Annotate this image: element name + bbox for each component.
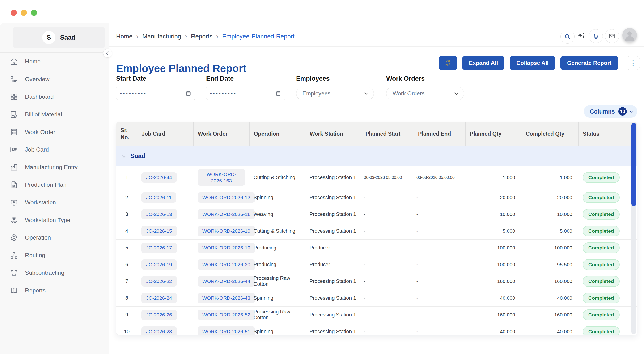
sidebar-item-home[interactable]: Home xyxy=(0,53,108,70)
operation-icon xyxy=(10,233,18,242)
sidebar-item-dashboard[interactable]: Dashboard xyxy=(0,88,108,106)
sidebar-item-operation[interactable]: Operation xyxy=(0,229,108,246)
breadcrumb-item[interactable]: Reports xyxy=(191,33,212,40)
column-header-planned-end[interactable]: Planned End xyxy=(414,122,465,146)
sidebar-collapse-button[interactable] xyxy=(103,48,112,58)
job-card-link[interactable]: JC-2026-13 xyxy=(142,209,177,220)
work-order-link[interactable]: WORK-ORD-2026-43 xyxy=(198,293,255,303)
sidebar-item-work-order[interactable]: Work Order xyxy=(0,123,108,141)
sidebar-item-job-card[interactable]: Job Card xyxy=(0,141,108,158)
minimize-window-button[interactable] xyxy=(21,10,27,16)
column-header-status[interactable]: Status xyxy=(578,122,637,146)
employees-select[interactable]: Employees xyxy=(296,86,374,100)
end-date-input[interactable]: --------- xyxy=(206,86,286,100)
work-order-link[interactable]: WORK-ORD-2026-20 xyxy=(198,259,255,270)
scrollbar-thumb[interactable] xyxy=(632,123,636,206)
generate-report-button[interactable]: Generate Report xyxy=(560,56,618,70)
cell-status: Completed xyxy=(578,293,637,304)
table-row: 3JC-2026-13WORK-ORD-2026-11WeavingProces… xyxy=(116,206,637,222)
job-card-link[interactable]: JC-2026-26 xyxy=(142,310,177,320)
cell-operation: Processing Raw Cotton xyxy=(249,309,305,321)
work-order-link[interactable]: WORK-ORD-2026-11 xyxy=(198,209,255,220)
ai-assistant-button[interactable] xyxy=(576,31,587,41)
refresh-report-button[interactable] xyxy=(438,56,457,70)
sidebar-item-label: Workstation Type xyxy=(25,217,70,224)
column-header-operation[interactable]: Operation xyxy=(249,122,305,146)
cell-completed-qty: 5.000 xyxy=(521,228,578,234)
column-header-work-order[interactable]: Work Order xyxy=(193,122,249,146)
cell-work-station: Processing Station 1 xyxy=(305,295,361,301)
work-order-link[interactable]: WORK-ORD-2026-10 xyxy=(198,226,255,236)
user-card[interactable]: S Saad xyxy=(12,27,105,48)
sidebar-item-production-plan[interactable]: Production Plan xyxy=(0,176,108,194)
sidebar-item-overview[interactable]: Overview xyxy=(0,70,108,88)
expand-all-button[interactable]: Expand All xyxy=(462,56,504,70)
cell-sr-no: 6 xyxy=(116,262,137,268)
column-header-planned-start[interactable]: Planned Start xyxy=(361,122,414,146)
chevron-down-icon xyxy=(630,109,634,113)
column-header-planned-qty[interactable]: Planned Qty xyxy=(465,122,521,146)
filter-start-date: Start Date --------- xyxy=(116,75,196,100)
table-row: 8JC-2026-24WORK-ORD-2026-43SpinningProce… xyxy=(116,290,637,306)
job-card-link[interactable]: JC-2026-11 xyxy=(142,192,176,203)
job-card-link[interactable]: JC-2026-44 xyxy=(142,172,177,183)
job-card-link[interactable]: JC-2026-15 xyxy=(142,226,177,236)
work-order-link[interactable]: WORK-ORD-2026-12 xyxy=(198,192,255,203)
vertical-scrollbar[interactable] xyxy=(632,123,636,334)
job-card-link[interactable]: JC-2026-22 xyxy=(142,276,177,286)
cell-work-station: Processing Station 1 xyxy=(305,278,361,284)
breadcrumb-item[interactable]: Manufacturing xyxy=(142,33,181,40)
cell-planned-end: - xyxy=(414,279,465,284)
sidebar-item-reports[interactable]: Reports xyxy=(0,282,108,300)
work-order-link[interactable]: WORK-ORD-2026-19 xyxy=(198,242,255,253)
cell-planned-qty: 1.000 xyxy=(465,175,521,180)
breadcrumb-item[interactable]: Home xyxy=(116,33,132,40)
maximize-window-button[interactable] xyxy=(31,10,37,16)
sidebar-item-subcontracting[interactable]: Subcontracting xyxy=(0,264,108,282)
job-card-link[interactable]: JC-2026-28 xyxy=(142,326,177,335)
column-header-completed-qty[interactable]: Completed Qty xyxy=(521,122,578,146)
cell-planned-start: - xyxy=(361,296,414,301)
close-window-button[interactable] xyxy=(10,10,17,16)
work-order-link[interactable]: WORK-ORD-2026-44 xyxy=(198,276,255,286)
profile-menu-button[interactable] xyxy=(622,28,637,42)
table-row: 2JC-2026-11WORK-ORD-2026-12SpinningProce… xyxy=(116,189,637,206)
search-button[interactable] xyxy=(560,30,574,44)
more-options-button[interactable]: ⋮ xyxy=(626,56,640,70)
cell-work-station: Processing Station 1 xyxy=(305,212,361,217)
messages-button[interactable] xyxy=(605,29,619,43)
table-body: 1JC-2026-44WORK-ORD-2026-163Cutting & St… xyxy=(116,166,637,335)
column-header-sr-no-[interactable]: Sr. No. xyxy=(116,122,137,146)
start-date-input[interactable]: --------- xyxy=(116,86,196,100)
sidebar-item-manufacturing-entry[interactable]: Manufacturing Entry xyxy=(0,158,108,176)
work-orders-label: Work Orders xyxy=(386,75,464,82)
cell-job-card: JC-2026-22 xyxy=(137,276,193,286)
breadcrumb-item[interactable]: Employee-Planned-Report xyxy=(222,33,294,40)
column-header-work-station[interactable]: Work Station xyxy=(305,122,361,146)
notifications-button[interactable] xyxy=(589,29,603,43)
job-card-link[interactable]: JC-2026-24 xyxy=(142,293,177,303)
cell-operation: Spinning xyxy=(249,295,305,301)
columns-button[interactable]: Columns 10 xyxy=(584,105,638,118)
sidebar-item-workstation[interactable]: Workstation xyxy=(0,194,108,212)
cell-work-station: Processing Station 1 xyxy=(305,329,361,335)
job-card-link[interactable]: JC-2026-19 xyxy=(142,259,177,270)
collapse-all-button[interactable]: Collapse All xyxy=(510,56,555,70)
status-badge: Completed xyxy=(582,259,620,270)
cell-work-station: Processing Station 1 xyxy=(305,175,361,180)
cell-completed-qty: 40.000 xyxy=(521,329,578,334)
job-card-link[interactable]: JC-2026-17 xyxy=(142,242,177,253)
sidebar-item-bill-of-material[interactable]: Bill of Material xyxy=(0,106,108,124)
sidebar-item-workstation-type[interactable]: Workstation Type xyxy=(0,211,108,229)
cell-operation: Producing xyxy=(249,245,305,251)
work-orders-select[interactable]: Work Orders xyxy=(386,86,464,100)
cell-status: Completed xyxy=(578,172,637,183)
work-order-link[interactable]: WORK-ORD-2026-52 xyxy=(198,310,255,320)
work-order-link[interactable]: WORK-ORD-2026-51 xyxy=(198,326,255,335)
column-header-job-card[interactable]: Job Card xyxy=(137,122,193,146)
sidebar-item-routing[interactable]: Routing xyxy=(0,246,108,264)
cell-sr-no: 5 xyxy=(116,245,137,251)
work-order-link[interactable]: WORK-ORD-2026-163 xyxy=(198,169,245,186)
employee-group-row[interactable]: Saad xyxy=(116,146,637,166)
sidebar-item-label: Overview xyxy=(25,76,50,82)
